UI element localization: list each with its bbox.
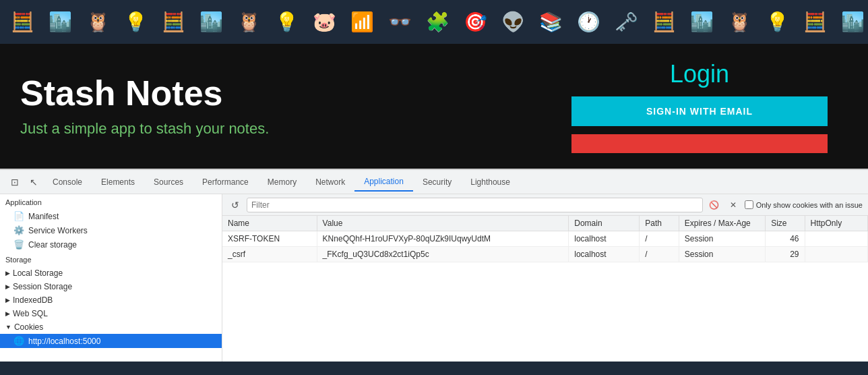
local-storage-arrow-icon: ▶ (5, 270, 10, 277)
icon-owl3: 🦉 (722, 5, 756, 39)
app-subtitle: Just a simple app to stash your notes. (20, 119, 303, 140)
devtools-tab-bar: ⊡ ↖ Console Elements Sources Performance… (0, 170, 868, 194)
cookie-value: KNneQQhf-H1roUFVXyP-80qUZk9IUqwyUdtM (317, 231, 569, 247)
tab-network[interactable]: Network (306, 173, 354, 191)
icon-piggy: 🐷 (307, 5, 341, 39)
filter-input[interactable] (247, 198, 703, 212)
icon-calculator4: 🧮 (798, 5, 832, 39)
icon-building: 🏙️ (43, 5, 77, 39)
col-header-name: Name (222, 216, 317, 231)
icon-bulb: 💡 (119, 5, 152, 39)
sidebar-group-web-sql-label: Web SQL (13, 309, 48, 318)
icon-alien: 👽 (496, 5, 530, 39)
sidebar-item-manifest-label: Manifest (28, 212, 59, 221)
icon-building3: 🏙️ (685, 5, 718, 39)
only-show-cookies-checkbox[interactable] (745, 200, 753, 209)
refresh-button[interactable]: ↺ (228, 198, 243, 212)
sidebar-group-local-storage-label: Local Storage (13, 268, 63, 278)
icon-wifi: 📶 (345, 5, 379, 39)
table-row[interactable]: XSRF-TOKEN KNneQQhf-H1roUFVXyP-80qUZk9IU… (222, 231, 868, 247)
sidebar-group-indexeddb-label: IndexedDB (13, 295, 53, 305)
cookie-name: XSRF-TOKEN (222, 231, 317, 247)
cookie-path: / (640, 247, 679, 262)
tab-security[interactable]: Security (413, 173, 461, 191)
cookie-httponly (805, 247, 867, 262)
cookie-expires: Session (679, 247, 765, 262)
clear-icon-button[interactable]: ✕ (726, 198, 741, 212)
col-header-expires: Expires / Max-Age (679, 216, 765, 231)
only-show-cookies-text: Only show cookies with an issue (756, 201, 863, 209)
app-title: Stash Notes (20, 73, 571, 113)
icon-owl: 🦉 (81, 5, 115, 39)
sidebar-item-clear-storage[interactable]: 🗑️ Clear storage (0, 237, 222, 252)
cookie-path: / (640, 231, 679, 247)
sidebar-item-localhost[interactable]: 🌐 http://localhost:5000 (0, 334, 222, 348)
block-icon-button[interactable]: 🚫 (707, 198, 722, 212)
session-storage-arrow-icon: ▶ (5, 283, 10, 290)
tab-elements[interactable]: Elements (92, 173, 144, 191)
sidebar-group-session-storage[interactable]: ▶ Session Storage (0, 280, 222, 293)
cookie-httponly (805, 231, 867, 247)
tab-application[interactable]: Application (354, 173, 413, 192)
localhost-globe-icon: 🌐 (13, 336, 24, 346)
table-row[interactable]: _csrf _FKcfg_uQ3UCd8x2ct1iQp5c localhost… (222, 247, 868, 262)
icon-clock: 🕐 (571, 5, 605, 39)
icon-puzzle: 🧩 (421, 5, 454, 39)
icon-key: 🗝️ (609, 5, 643, 39)
indexeddb-arrow-icon: ▶ (5, 297, 10, 304)
devtools-sidebar: Application 📄 Manifest ⚙️ Service Worker… (0, 194, 222, 362)
hero-left: Stash Notes Just a simple app to stash y… (20, 73, 571, 140)
icon-glasses: 👓 (383, 5, 416, 39)
icon-bar: 🧮 🏙️ 🦉 💡 🧮 🏙️ 🦉 💡 🐷 📶 👓 🧩 🎯 👽 📚 🕐 🗝️ 🧮 🏙… (0, 0, 868, 44)
storage-section-label: Storage (0, 252, 222, 266)
cookie-table: Name Value Domain Path Expires / Max-Age… (222, 216, 868, 362)
google-signin-button[interactable] (571, 134, 828, 153)
tab-console[interactable]: Console (43, 173, 92, 191)
cookie-toolbar: ↺ 🚫 ✕ Only show cookies with an issue (222, 194, 868, 216)
icon-calculator: 🧮 (5, 5, 39, 39)
cookie-value: _FKcfg_uQ3UCd8x2ct1iQp5c (317, 247, 569, 262)
col-header-size: Size (766, 216, 805, 231)
sidebar-group-indexeddb[interactable]: ▶ IndexedDB (0, 293, 222, 307)
sidebar-item-service-workers-label: Service Workers (28, 226, 88, 235)
sidebar-item-localhost-label: http://localhost:5000 (28, 337, 100, 346)
devtools-panel: ⊡ ↖ Console Elements Sources Performance… (0, 169, 868, 362)
cookie-expires: Session (679, 231, 765, 247)
icon-target: 🎯 (458, 5, 492, 39)
cookie-size: 29 (766, 247, 805, 262)
web-sql-arrow-icon: ▶ (5, 310, 10, 317)
devtools-body: Application 📄 Manifest ⚙️ Service Worker… (0, 194, 868, 362)
col-header-path: Path (640, 216, 679, 231)
icon-building2: 🏙️ (194, 5, 228, 39)
col-header-value: Value (317, 216, 569, 231)
sidebar-item-service-workers[interactable]: ⚙️ Service Workers (0, 223, 222, 237)
devtools-toggle-btn[interactable]: ⊡ (5, 173, 24, 192)
sidebar-group-web-sql[interactable]: ▶ Web SQL (0, 307, 222, 320)
sidebar-group-cookies[interactable]: ▼ Cookies (0, 320, 222, 334)
devtools-cursor-btn[interactable]: ↖ (24, 173, 43, 192)
login-label: Login (571, 60, 828, 88)
signin-button[interactable]: SIGN-IN WITH EMAIL (571, 96, 828, 126)
tab-memory[interactable]: Memory (258, 173, 306, 191)
tab-performance[interactable]: Performance (193, 173, 258, 191)
sidebar-group-local-storage[interactable]: ▶ Local Storage (0, 266, 222, 280)
col-header-domain: Domain (569, 216, 640, 231)
icon-bulb2: 💡 (270, 5, 303, 39)
icon-calculator2: 🧮 (156, 5, 190, 39)
service-workers-icon: ⚙️ (13, 225, 24, 235)
icon-building4: 🏙️ (836, 5, 868, 39)
tab-lighthouse[interactable]: Lighthouse (461, 173, 520, 191)
sidebar-item-manifest[interactable]: 📄 Manifest (0, 209, 222, 223)
col-header-httponly: HttpOnly (805, 216, 867, 231)
devtools-main-panel: ↺ 🚫 ✕ Only show cookies with an issue Na… (222, 194, 868, 362)
sidebar-group-session-storage-label: Session Storage (13, 282, 72, 291)
hero-right: Login SIGN-IN WITH EMAIL (571, 60, 828, 153)
icon-bulb3: 💡 (760, 5, 794, 39)
icon-calculator3: 🧮 (647, 5, 681, 39)
cookie-name: _csrf (222, 247, 317, 262)
cookies-arrow-icon: ▼ (5, 324, 11, 330)
manifest-icon: 📄 (13, 211, 24, 221)
cookie-domain: localhost (569, 231, 640, 247)
tab-sources[interactable]: Sources (144, 173, 193, 191)
cookie-size: 46 (766, 231, 805, 247)
